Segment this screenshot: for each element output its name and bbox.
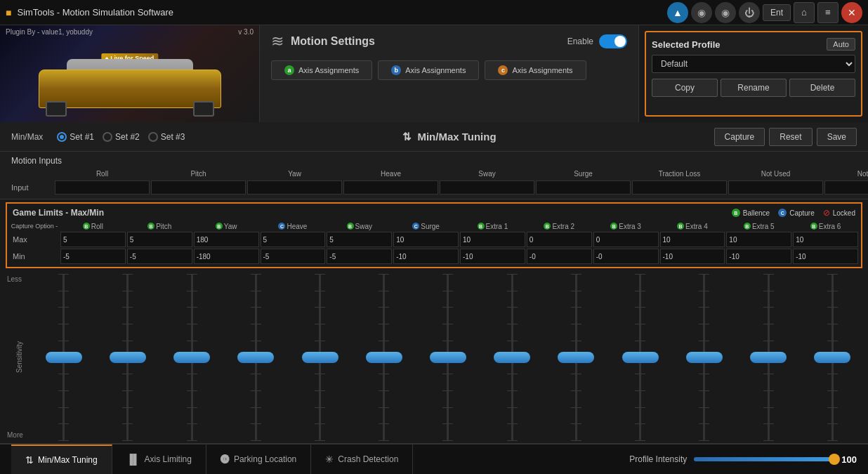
slider-thumb-9[interactable] [622,352,659,363]
legend-locked: ⊘ Locked [823,208,855,218]
min-heave[interactable] [261,249,326,264]
slider-col-0 [34,274,93,440]
slider-thumb-2[interactable] [173,352,210,363]
radio-set1[interactable]: Set #1 [57,132,94,142]
input-surge[interactable] [536,180,631,195]
sensitivity-y-axis: Less Sensitivity More [6,274,34,440]
input-pitch[interactable] [151,180,246,195]
axis-a-button[interactable]: a Axis Assignments [271,60,372,80]
icon-btn-2[interactable]: ◉ [691,2,712,23]
axis-c-circle: c [498,65,508,75]
min-extra3[interactable] [593,249,659,264]
icon-btn-power[interactable]: ⏻ [739,2,760,23]
col-h-extra1: BExtra 1 [460,223,525,230]
min-yaw[interactable] [194,249,259,264]
slider-thumb-11[interactable] [750,352,787,363]
slider-track-0 [63,274,65,440]
max-heave[interactable] [261,232,326,247]
max-yaw[interactable] [194,232,259,247]
intensity-knob[interactable] [829,454,840,465]
min-extra5[interactable] [726,249,791,264]
slider-thumb-3[interactable] [237,352,274,363]
slider-thumb-10[interactable] [686,352,723,363]
wave-icon: ≋ [271,32,284,51]
ent-button[interactable]: Ent [763,4,791,21]
close-button[interactable]: ✕ [841,2,862,23]
min-extra2[interactable] [527,249,592,264]
max-extra6[interactable] [793,232,858,247]
slider-thumb-6[interactable] [430,352,466,363]
legend-capture: C Capture [778,209,815,217]
input-traction[interactable] [632,180,727,195]
input-roll[interactable] [55,180,150,195]
slider-col-2 [162,274,221,440]
input-nu1[interactable] [728,180,823,195]
min-surge[interactable] [393,249,459,264]
min-roll[interactable] [60,249,126,264]
icon-btn-3[interactable]: ◉ [715,2,736,23]
max-roll[interactable] [60,232,126,247]
slider-thumb-8[interactable] [558,352,594,363]
slider-col-9 [610,274,670,440]
icon-btn-1[interactable]: ▲ [667,2,688,23]
slider-track-2 [191,274,193,440]
col-h-surge: CSurge [393,223,459,230]
axis-b-button[interactable]: b Axis Assignments [378,60,479,80]
max-extra2[interactable] [527,232,592,247]
rename-button[interactable]: Rename [721,79,787,97]
tab-crash[interactable]: ✳ Crash Detection [311,445,413,474]
slider-thumb-0[interactable] [46,352,82,363]
copy-button[interactable]: Copy [652,79,718,97]
input-yaw[interactable] [247,180,342,195]
max-surge[interactable] [393,232,459,247]
tab-parking[interactable]: ⓿ Parking Location [206,445,311,474]
slider-thumb-12[interactable] [814,352,850,363]
intensity-value: 100 [841,454,857,465]
slider-thumb-5[interactable] [366,352,402,363]
col-heave: Heave [343,169,438,179]
radio-set2[interactable]: Set #2 [103,132,140,142]
min-pitch[interactable] [127,249,192,264]
input-sway[interactable] [440,180,534,195]
min-extra4[interactable] [660,249,725,264]
input-nu2[interactable] [824,180,868,195]
profile-dropdown[interactable]: Default [652,55,855,73]
tab-axis-limiting[interactable]: ▐▌ Axis Limiting [112,445,206,474]
title-bar-icons: ▲ ◉ ◉ ⏻ Ent ⌂ ≡ ✕ [667,2,862,23]
intensity-fill [694,457,834,461]
col-h-pitch: BPitch [127,223,192,230]
min-sway[interactable] [327,249,392,264]
home-button[interactable]: ⌂ [794,2,815,23]
min-extra6[interactable] [793,249,858,264]
enable-toggle[interactable] [599,34,627,48]
slider-track-11 [768,274,770,440]
intensity-track[interactable] [694,457,834,461]
slider-thumb-1[interactable] [110,352,146,363]
tab-minmax[interactable]: ⇅ Min/Max Tuning [11,445,112,474]
col-h-extra2: BExtra 2 [527,223,592,230]
min-extra1[interactable] [460,249,525,264]
capture-opt-label: Capture Option - [10,222,59,230]
max-extra4[interactable] [660,232,725,247]
max-extra3[interactable] [593,232,659,247]
profile-header: Selected Profile Auto [652,38,855,51]
menu-button[interactable]: ≡ [817,2,839,23]
slider-thumb-4[interactable] [302,352,338,363]
reset-button[interactable]: Reset [769,128,812,146]
slider-track-10 [703,274,705,440]
auto-button[interactable]: Auto [827,38,855,51]
save-button[interactable]: Save [817,128,857,146]
max-pitch[interactable] [127,232,192,247]
input-heave[interactable] [343,180,438,195]
delete-button[interactable]: Delete [789,79,855,97]
capture-button[interactable]: Capture [714,128,765,146]
max-sway[interactable] [327,232,392,247]
max-extra5[interactable] [726,232,791,247]
axis-c-button[interactable]: c Axis Assignments [485,60,586,80]
slider-thumb-7[interactable] [494,352,530,363]
main-content: Plugin By - value1, yobuddy v 3.0 ♠ Live… [0,25,868,474]
radio-set3[interactable]: Set #3 [148,132,185,142]
app-title: SimTools - Motion Simulation Software [17,7,667,18]
car-image-panel: Plugin By - value1, yobuddy v 3.0 ♠ Live… [0,25,260,122]
max-extra1[interactable] [460,232,525,247]
